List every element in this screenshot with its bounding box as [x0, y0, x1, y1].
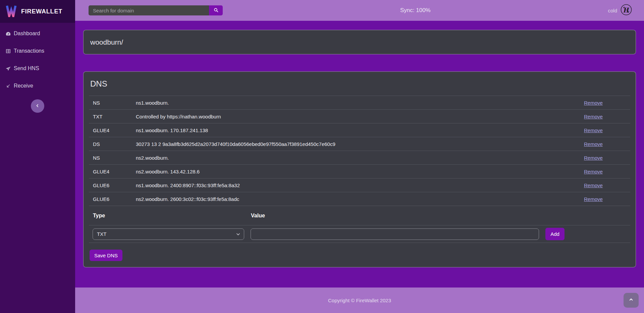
- type-column-header: Type: [93, 213, 251, 219]
- brand-title: FIREWALLET: [21, 8, 62, 15]
- sidebar-item-label: Send HNS: [14, 65, 39, 71]
- sidebar-item-dashboard[interactable]: Dashboard: [0, 25, 75, 42]
- record-value: ns1.woodburn.: [132, 100, 580, 106]
- handshake-hns-icon[interactable]: H: [620, 4, 632, 17]
- record-value: Controlled by https://nathan.woodburn: [132, 114, 580, 119]
- table-icon: [5, 48, 11, 54]
- record-action-cell: Remove: [580, 182, 630, 188]
- remove-record-link[interactable]: Remove: [584, 169, 603, 174]
- remove-record-link[interactable]: Remove: [584, 155, 603, 161]
- record-type: NS: [89, 100, 132, 106]
- brand[interactable]: FIREWALLET: [0, 0, 75, 23]
- record-type: TXT: [89, 114, 132, 119]
- firewallet-logo-icon: [6, 5, 17, 18]
- dns-add-record-row: TXT Add: [89, 225, 630, 243]
- sidebar-menu: Dashboard Transactions Send HNS: [0, 23, 75, 95]
- copyright-text: Copyright © FireWallet 2023: [328, 298, 391, 303]
- content-area: woodburn/ DNS NSns1.woodburn.RemoveTXTCo…: [75, 21, 644, 288]
- record-value-input[interactable]: [251, 228, 539, 240]
- record-value: ns2.woodburn. 2600:3c02::f03c:93ff:fe5a:…: [132, 196, 580, 202]
- remove-record-link[interactable]: Remove: [584, 114, 603, 119]
- remove-record-link[interactable]: Remove: [584, 127, 603, 133]
- record-action-cell: Remove: [580, 155, 630, 161]
- gauge-icon: [5, 31, 11, 37]
- wallet-type-label: cold: [608, 8, 617, 13]
- wallet-info: cold H: [608, 0, 632, 21]
- sidebar: FIREWALLET Dashboard Transactions: [0, 0, 75, 313]
- record-action-cell: Remove: [580, 196, 630, 202]
- dns-section-title: DNS: [89, 77, 630, 89]
- dns-form-header: Type Value: [89, 206, 630, 225]
- value-column-header: Value: [251, 213, 630, 219]
- sidebar-item-receive[interactable]: Receive: [0, 77, 75, 95]
- domain-search: [89, 5, 223, 15]
- record-value: ns2.woodburn. 143.42.128.6: [132, 169, 580, 174]
- record-type: GLUE4: [89, 169, 132, 174]
- topbar: Sync: 100% cold H: [75, 0, 644, 21]
- record-value: ns1.woodburn. 2400:8907::f03c:93ff:fe5a:…: [132, 182, 580, 188]
- sidebar-item-transactions[interactable]: Transactions: [0, 42, 75, 60]
- app-root: FIREWALLET Dashboard Transactions: [0, 0, 644, 313]
- search-input[interactable]: [89, 5, 209, 15]
- record-action-cell: Remove: [580, 114, 630, 119]
- record-action-cell: Remove: [580, 169, 630, 174]
- domain-title-card: woodburn/: [83, 30, 636, 54]
- dns-record-row: TXTControlled by https://nathan.woodburn…: [89, 109, 630, 123]
- record-value: ns2.woodburn.: [132, 155, 580, 161]
- footer: Copyright © FireWallet 2023: [75, 288, 644, 313]
- arrow-down-left-icon: [5, 83, 11, 89]
- main-column: Sync: 100% cold H woodburn/ DNS NSns: [75, 0, 644, 313]
- dns-record-row: GLUE6ns1.woodburn. 2400:8907::f03c:93ff:…: [89, 178, 630, 192]
- record-type: DS: [89, 141, 132, 147]
- scroll-to-top-button[interactable]: [624, 293, 639, 308]
- sidebar-collapse-button[interactable]: [31, 99, 44, 113]
- search-icon: [213, 7, 219, 14]
- record-action-cell: Remove: [580, 127, 630, 133]
- sidebar-item-label: Transactions: [14, 48, 44, 54]
- chevron-up-icon: [629, 297, 634, 303]
- chevron-left-icon: [35, 103, 40, 109]
- paper-plane-icon: [5, 66, 11, 71]
- page-title: woodburn/: [90, 38, 123, 46]
- sync-status: Sync: 100%: [400, 0, 431, 21]
- add-record-button[interactable]: Add: [545, 228, 565, 240]
- record-type: GLUE6: [89, 182, 132, 188]
- dns-card: DNS NSns1.woodburn.RemoveTXTControlled b…: [83, 71, 636, 267]
- save-dns-button[interactable]: Save DNS: [90, 250, 122, 261]
- remove-record-link[interactable]: Remove: [584, 182, 603, 188]
- record-value: ns1.woodburn. 170.187.241.138: [132, 127, 580, 133]
- record-type: GLUE6: [89, 196, 132, 202]
- dns-record-row: GLUE4ns2.woodburn. 143.42.128.6Remove: [89, 164, 630, 178]
- dns-record-row: GLUE6ns2.woodburn. 2600:3c02::f03c:93ff:…: [89, 192, 630, 206]
- remove-record-link[interactable]: Remove: [584, 141, 603, 147]
- record-action-cell: Remove: [580, 141, 630, 147]
- dns-record-row: NSns1.woodburn.Remove: [89, 96, 630, 109]
- dns-record-row: NSns2.woodburn.Remove: [89, 151, 630, 164]
- dns-record-row: GLUE4ns1.woodburn. 170.187.241.138Remove: [89, 123, 630, 137]
- svg-text:H: H: [623, 6, 629, 14]
- record-type: NS: [89, 155, 132, 161]
- dns-records-table: NSns1.woodburn.RemoveTXTControlled by ht…: [89, 96, 630, 206]
- sidebar-item-label: Dashboard: [14, 31, 40, 37]
- remove-record-link[interactable]: Remove: [584, 100, 603, 106]
- sidebar-item-send-hns[interactable]: Send HNS: [0, 60, 75, 77]
- search-button[interactable]: [209, 5, 223, 15]
- dns-record-row: DS30273 13 2 9a3a8fb3d625d2a2073d740f10d…: [89, 137, 630, 151]
- sidebar-item-label: Receive: [14, 83, 33, 89]
- record-type: GLUE4: [89, 127, 132, 133]
- remove-record-link[interactable]: Remove: [584, 196, 603, 202]
- record-action-cell: Remove: [580, 100, 630, 106]
- record-type-select[interactable]: TXT: [93, 228, 244, 240]
- record-value: 30273 13 2 9a3a8fb3d625d2a2073d740f10da6…: [132, 141, 580, 147]
